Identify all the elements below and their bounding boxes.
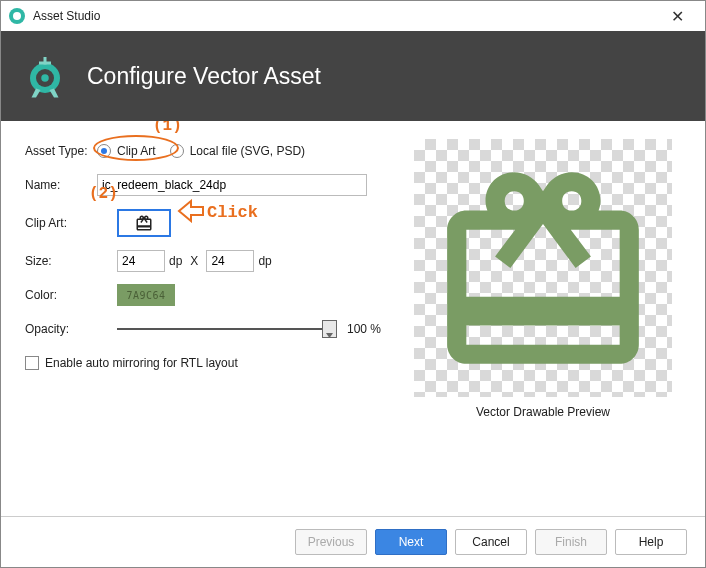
content-area: (1) (2) Click Asset Type: Clip Art Local… bbox=[1, 121, 705, 516]
clip-art-picker-button[interactable] bbox=[117, 209, 171, 237]
name-label: Name: bbox=[25, 178, 97, 192]
asset-type-radio-group: Clip Art Local file (SVG, PSD) bbox=[97, 144, 305, 158]
rtl-checkbox[interactable] bbox=[25, 356, 39, 370]
radio-local-file-label: Local file (SVG, PSD) bbox=[190, 144, 305, 158]
radio-clip-art[interactable]: Clip Art bbox=[97, 144, 156, 158]
form-panel: (1) (2) Click Asset Type: Clip Art Local… bbox=[25, 139, 385, 506]
android-studio-icon bbox=[9, 8, 25, 24]
redeem-icon bbox=[135, 214, 153, 232]
row-rtl: Enable auto mirroring for RTL layout bbox=[25, 351, 385, 375]
size-height-input[interactable] bbox=[206, 250, 254, 272]
close-icon[interactable]: ✕ bbox=[655, 1, 699, 31]
radio-dot-icon bbox=[97, 144, 111, 158]
color-label: Color: bbox=[25, 288, 117, 302]
annotation-label-1: (1) bbox=[153, 121, 182, 135]
size-separator: X bbox=[190, 254, 198, 268]
svg-point-2 bbox=[41, 74, 49, 82]
radio-dot-icon bbox=[170, 144, 184, 158]
size-label: Size: bbox=[25, 254, 117, 268]
preview-canvas bbox=[414, 139, 672, 397]
size-unit-w: dp bbox=[169, 254, 182, 268]
color-hex-text: 7A9C64 bbox=[126, 290, 165, 301]
finish-button[interactable]: Finish bbox=[535, 529, 607, 555]
row-clip-art: Clip Art: bbox=[25, 207, 385, 239]
preview-label: Vector Drawable Preview bbox=[476, 405, 610, 419]
radio-clip-art-label: Clip Art bbox=[117, 144, 156, 158]
radio-local-file[interactable]: Local file (SVG, PSD) bbox=[170, 144, 305, 158]
titlebar: Asset Studio ✕ bbox=[1, 1, 705, 31]
opacity-label: Opacity: bbox=[25, 322, 117, 336]
opacity-slider[interactable] bbox=[117, 321, 337, 337]
slider-track bbox=[117, 328, 337, 330]
cancel-button[interactable]: Cancel bbox=[455, 529, 527, 555]
help-button[interactable]: Help bbox=[615, 529, 687, 555]
previous-button[interactable]: Previous bbox=[295, 529, 367, 555]
slider-thumb-icon[interactable] bbox=[322, 320, 337, 338]
size-unit-h: dp bbox=[258, 254, 271, 268]
page-header: Configure Vector Asset bbox=[1, 31, 705, 121]
row-opacity: Opacity: 100 % bbox=[25, 317, 385, 341]
svg-rect-4 bbox=[39, 61, 51, 64]
asset-type-label: Asset Type: bbox=[25, 144, 97, 158]
footer-buttons: Previous Next Cancel Finish Help bbox=[1, 516, 705, 567]
row-asset-type: Asset Type: Clip Art Local file (SVG, PS… bbox=[25, 139, 385, 163]
name-input[interactable] bbox=[97, 174, 367, 196]
rtl-label: Enable auto mirroring for RTL layout bbox=[45, 356, 238, 370]
clip-art-label: Clip Art: bbox=[25, 216, 117, 230]
next-button[interactable]: Next bbox=[375, 529, 447, 555]
size-width-input[interactable] bbox=[117, 250, 165, 272]
color-swatch-button[interactable]: 7A9C64 bbox=[117, 284, 175, 306]
asset-studio-window: Asset Studio ✕ Configure Vector Asset (1… bbox=[0, 0, 706, 568]
row-color: Color: 7A9C64 bbox=[25, 283, 385, 307]
row-size: Size: dp X dp bbox=[25, 249, 385, 273]
row-name: Name: bbox=[25, 173, 385, 197]
opacity-slider-wrap: 100 % bbox=[117, 321, 381, 337]
preview-panel: Vector Drawable Preview bbox=[405, 139, 681, 506]
window-title: Asset Studio bbox=[33, 9, 655, 23]
page-title: Configure Vector Asset bbox=[87, 63, 321, 90]
android-studio-logo-icon bbox=[21, 51, 69, 102]
opacity-value-text: 100 % bbox=[347, 322, 381, 336]
redeem-preview-icon bbox=[428, 153, 658, 383]
